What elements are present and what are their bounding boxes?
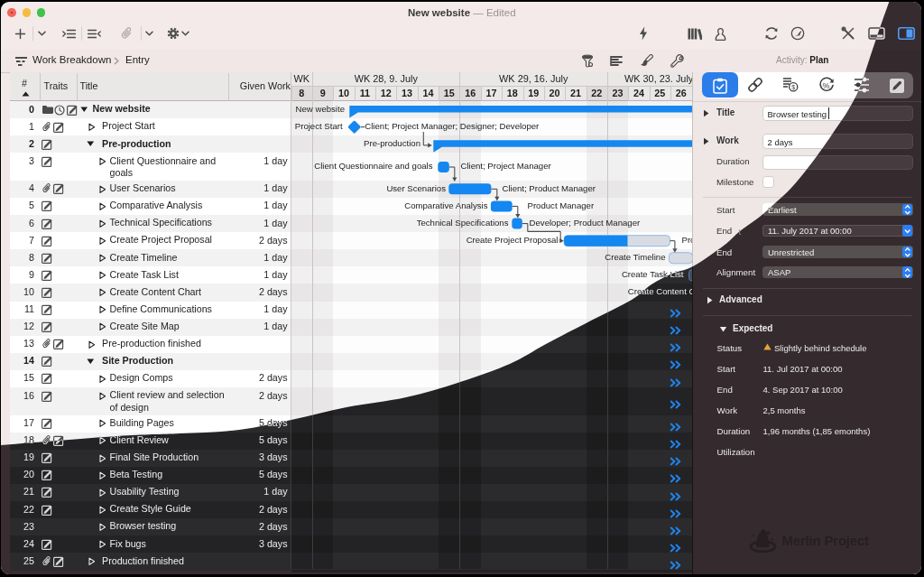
svg-text:$: $ <box>791 84 795 90</box>
svg-text:%: % <box>822 80 829 89</box>
